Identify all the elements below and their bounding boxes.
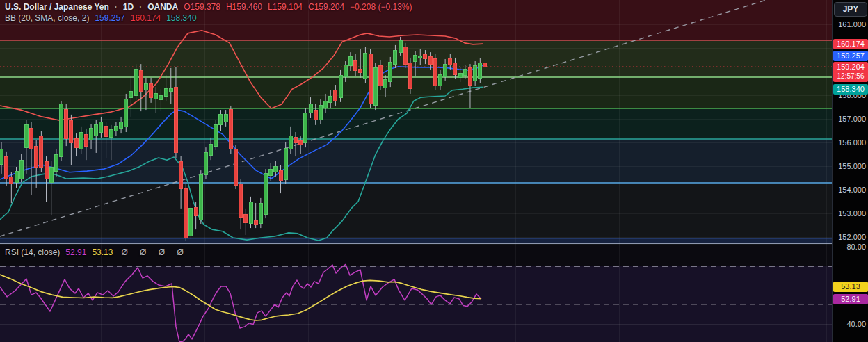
interval-label[interactable]: 1D xyxy=(123,2,134,12)
candle-body xyxy=(389,62,392,82)
candle-body xyxy=(134,70,138,95)
symbol-title[interactable]: U.S. Dollar / Japanese Yen xyxy=(5,2,109,12)
candle[interactable] xyxy=(373,63,377,110)
candle[interactable] xyxy=(249,197,252,228)
candle-body xyxy=(74,139,78,147)
candle-body xyxy=(324,101,328,108)
candle[interactable] xyxy=(284,142,287,184)
candle[interactable] xyxy=(304,108,307,147)
candle-body xyxy=(45,162,48,179)
candle[interactable] xyxy=(199,170,202,224)
candle-body xyxy=(314,110,317,120)
chart-canvas[interactable] xyxy=(0,0,868,342)
separator-dot: · xyxy=(139,2,142,12)
candle[interactable] xyxy=(408,58,412,94)
bb-label[interactable]: BB (20, SMA, close, 2) xyxy=(5,13,89,23)
candle-body xyxy=(184,189,188,238)
candle-body xyxy=(339,75,342,97)
candle-body xyxy=(65,109,68,139)
candle-body xyxy=(438,74,442,86)
candle[interactable] xyxy=(364,47,367,83)
candle-body xyxy=(99,122,103,132)
candle[interactable] xyxy=(369,49,372,108)
axis-label: 157.000 xyxy=(838,115,866,123)
zone-rect[interactable] xyxy=(0,139,832,183)
candle-body xyxy=(189,209,193,236)
candle-body xyxy=(384,80,387,88)
candle-body xyxy=(449,59,452,65)
axis-badge: 160.174 xyxy=(833,39,868,49)
candle[interactable] xyxy=(433,54,437,90)
candle-body xyxy=(239,184,243,217)
candle[interactable] xyxy=(40,131,43,172)
candle[interactable] xyxy=(124,94,128,132)
candle-body xyxy=(269,169,273,176)
candle-body xyxy=(468,68,472,85)
candle-body xyxy=(174,87,177,153)
trading-chart-app: U.S. Dollar / Japanese Yen · 1D · OANDA … xyxy=(0,0,868,342)
candle-body xyxy=(433,59,437,86)
rsi-ma-value: 53.13 xyxy=(92,247,113,257)
candle-body xyxy=(348,57,352,66)
candle-body xyxy=(95,125,98,136)
candle-body xyxy=(229,109,232,149)
candle-body xyxy=(199,175,202,220)
candle-body xyxy=(304,113,307,142)
candle-body xyxy=(120,122,123,129)
candle[interactable] xyxy=(234,145,237,189)
candle-body xyxy=(463,70,467,75)
exchange-label[interactable]: OANDA xyxy=(147,2,178,12)
candle[interactable] xyxy=(229,106,232,154)
candle-body xyxy=(219,115,223,125)
candle-body xyxy=(169,88,172,92)
zone-rect[interactable] xyxy=(0,183,832,238)
candle-body xyxy=(419,56,422,58)
candle-body xyxy=(209,144,213,155)
axis-badge: 52.91 xyxy=(833,294,868,304)
axis-badge: 159.257 xyxy=(833,51,868,61)
candle-body xyxy=(214,125,218,146)
candle-body xyxy=(289,136,292,149)
candle-body xyxy=(369,54,372,104)
candle[interactable] xyxy=(184,184,188,241)
candle[interactable] xyxy=(264,169,268,218)
candle-body xyxy=(5,156,8,179)
ohlc-high: H159.460 xyxy=(226,2,262,12)
zone-rect[interactable] xyxy=(0,238,832,243)
candle-body xyxy=(90,129,93,140)
candle[interactable] xyxy=(189,203,193,239)
candle[interactable] xyxy=(134,64,138,100)
axis-label: 80.00 xyxy=(846,243,866,251)
currency-button[interactable]: JPY xyxy=(834,2,867,17)
candle-body xyxy=(244,214,248,223)
candle-body xyxy=(79,132,83,149)
axis-label: 153.000 xyxy=(838,209,866,218)
candle-body xyxy=(40,136,43,167)
candle-body xyxy=(114,127,118,131)
axis-label: 154.000 xyxy=(838,186,866,194)
candle-body xyxy=(224,115,227,122)
bb-lower-value: 158.340 xyxy=(166,13,196,23)
candle-body xyxy=(24,125,28,147)
countdown-timer: 12:57:56 xyxy=(833,72,868,81)
candle-body xyxy=(474,66,477,81)
candle-body xyxy=(0,149,3,165)
candle[interactable] xyxy=(60,101,63,161)
candle-body xyxy=(154,94,158,99)
price-axis[interactable]: JPY 161.000158.000157.000156.000155.0001… xyxy=(832,0,868,342)
bb-upper-value: 160.174 xyxy=(131,13,161,23)
rsi-legend-row[interactable]: RSI (14, close) 52.91 53.13 Ø Ø Ø Ø xyxy=(5,247,188,257)
candle-body xyxy=(19,160,23,179)
candle-body xyxy=(54,154,58,172)
bb-legend-row[interactable]: BB (20, SMA, close, 2) 159.257 160.174 1… xyxy=(5,13,197,23)
candle-body xyxy=(124,99,128,127)
candle-body xyxy=(10,177,13,184)
candle-body xyxy=(30,129,33,149)
candle-body xyxy=(299,141,303,145)
axis-badge: 53.13 xyxy=(833,282,868,292)
ohlc-open: O159.378 xyxy=(184,2,220,12)
symbol-legend-row[interactable]: U.S. Dollar / Japanese Yen · 1D · OANDA … xyxy=(5,2,412,12)
rsi-label[interactable]: RSI (14, close) xyxy=(5,247,60,257)
candle-body xyxy=(164,88,168,96)
candle-body xyxy=(150,83,153,97)
